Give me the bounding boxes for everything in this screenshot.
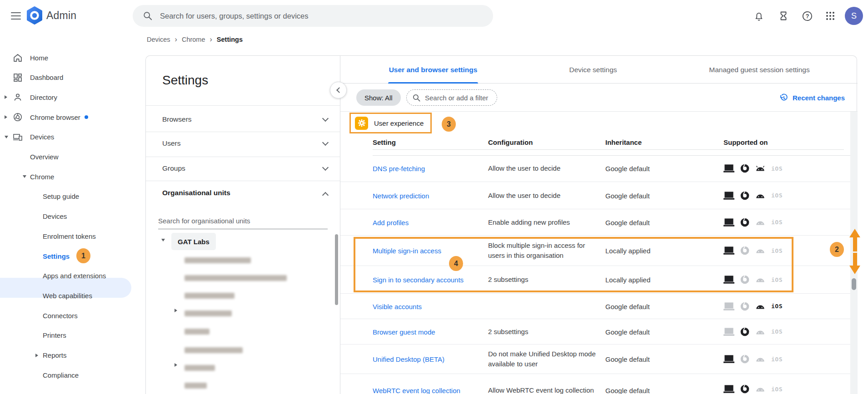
google-admin-logo-icon: [26, 6, 43, 25]
android-icon: [755, 165, 765, 172]
table-row: Browser guest mode 2 subsettings Google …: [340, 319, 850, 345]
filter-search-input[interactable]: Search or add a filter: [406, 89, 497, 106]
sidebar-item-settings[interactable]: Settings 1: [0, 246, 132, 266]
expand-right-icon[interactable]: [35, 354, 38, 357]
account-avatar[interactable]: S: [845, 7, 863, 25]
setting-link[interactable]: WebRTC event log collection: [373, 387, 460, 394]
breadcrumb-chrome[interactable]: Chrome: [182, 36, 205, 43]
android-icon: [755, 356, 765, 362]
content-scrollbar-thumb[interactable]: [852, 278, 856, 290]
android-icon: [755, 192, 765, 199]
org-unit-redacted[interactable]: [185, 310, 232, 316]
sidebar-item-dashboard[interactable]: Dashboard: [0, 68, 132, 88]
sidebar-item-directory[interactable]: Directory: [0, 87, 132, 107]
android-icon: [755, 247, 765, 254]
sidebar-item-setup-guide[interactable]: Setup guide: [0, 187, 132, 207]
chrome-browser-icon: [740, 246, 749, 255]
tab-managed-guest-session-settings[interactable]: Managed guest session settings: [687, 56, 832, 84]
annotation-arrow-up: [849, 229, 860, 251]
sidebar-item-enrolment-tokens[interactable]: Enrolment tokens: [0, 226, 132, 246]
org-unit-redacted[interactable]: [185, 383, 207, 389]
menu-icon[interactable]: [10, 10, 22, 21]
android-icon: [755, 386, 765, 392]
breadcrumb-settings: Settings: [217, 36, 243, 43]
global-search-placeholder: Search for users, groups, settings or de…: [160, 12, 309, 20]
breadcrumb-devices[interactable]: Devices: [147, 36, 170, 43]
recent-changes-button[interactable]: Recent changes: [779, 89, 845, 106]
sidebar-item-compliance[interactable]: Compliance: [0, 365, 132, 385]
org-unit-redacted[interactable]: [185, 275, 287, 281]
sidebar-item-devices[interactable]: Devices: [0, 127, 132, 147]
sidebar-item-printers[interactable]: Printers: [0, 325, 132, 345]
col-header-configuration: Configuration: [488, 138, 533, 146]
setting-link[interactable]: Visible accounts: [373, 302, 422, 310]
chevron-up-icon[interactable]: [322, 192, 329, 198]
sidebar-item-home[interactable]: Home: [0, 48, 132, 68]
ou-search-underline: [158, 229, 328, 229]
sidebar-item-apps-and-extensions[interactable]: Apps and extensions: [0, 266, 132, 286]
chrome-icon: [13, 112, 23, 122]
org-unit-redacted[interactable]: [185, 293, 234, 299]
tree-collapse-icon[interactable]: [161, 239, 165, 241]
tree-expand-icon[interactable]: [175, 363, 177, 367]
col-header-supported-on: Supported on: [723, 138, 768, 146]
setting-link[interactable]: Multiple sign-in access: [373, 247, 441, 255]
ou-search-input[interactable]: Search for organisational units: [158, 217, 250, 225]
chevron-down-icon[interactable]: [322, 115, 329, 122]
desktop-icon: [723, 355, 734, 363]
chevron-down-icon[interactable]: [322, 139, 329, 146]
expand-down-icon[interactable]: [23, 175, 26, 178]
org-unit-redacted[interactable]: [185, 257, 251, 263]
tree-expand-icon[interactable]: [175, 309, 177, 312]
panel-title: Settings: [162, 73, 208, 88]
chrome-browser-icon: [740, 164, 749, 173]
apps-grid-icon[interactable]: [822, 8, 838, 24]
sidebar-item-reports[interactable]: Reports: [0, 345, 132, 365]
collapse-panel-button[interactable]: [330, 82, 347, 98]
breadcrumb-separator: ›: [210, 35, 212, 44]
sidebar-item-devices-sub[interactable]: Devices: [0, 207, 132, 227]
ios-label: iOS: [771, 247, 783, 254]
org-unit-redacted[interactable]: [185, 347, 243, 353]
sidebar-item-overview[interactable]: Overview: [0, 147, 132, 167]
sidebar-item-chrome[interactable]: Chrome: [0, 167, 132, 187]
settings-left-panel: Settings Browsers Users Groups Organisat…: [146, 56, 340, 394]
org-unit-root[interactable]: GAT Labs: [171, 233, 216, 250]
org-unit-redacted[interactable]: [185, 365, 215, 371]
person-icon: [13, 92, 23, 102]
table-row: Unified Desktop (BETA) Do not make Unifi…: [340, 345, 850, 374]
history-icon: [779, 93, 788, 103]
sidebar-item-connectors[interactable]: Connectors: [0, 305, 132, 325]
tab-device-settings[interactable]: Device settings: [520, 56, 666, 84]
org-tree-scrollbar[interactable]: [335, 234, 338, 305]
setting-link[interactable]: Unified Desktop (BETA): [373, 355, 444, 363]
global-search-input[interactable]: Search for users, groups, settings or de…: [133, 5, 493, 27]
notifications-bell-icon[interactable]: [751, 8, 767, 24]
user-experience-section-header[interactable]: User experience: [349, 113, 432, 133]
annotation-badge-2: 2: [830, 242, 844, 257]
avatar-initial: S: [851, 11, 857, 21]
setting-link[interactable]: Network prediction: [373, 192, 429, 199]
help-icon[interactable]: ?: [799, 8, 815, 24]
tab-user-and-browser-settings[interactable]: User and browser settings: [360, 56, 506, 84]
dashboard-icon: [13, 73, 23, 83]
setting-link[interactable]: Browser guest mode: [373, 328, 435, 335]
chrome-browser-icon: [740, 384, 749, 394]
sidebar-item-chrome-browser[interactable]: Chrome browser: [0, 107, 132, 127]
breadcrumb: Devices › Chrome › Settings: [147, 35, 243, 44]
desktop-icon: [723, 276, 734, 284]
hourglass-tasks-icon[interactable]: [775, 8, 792, 24]
expand-right-icon[interactable]: [5, 95, 7, 99]
setting-link[interactable]: Add profiles: [373, 218, 409, 226]
chrome-browser-icon: [740, 355, 749, 364]
expand-right-icon[interactable]: [5, 115, 7, 119]
section-label: User experience: [374, 119, 424, 127]
desktop-icon: [723, 385, 734, 393]
setting-link[interactable]: DNS pre-fetching: [373, 165, 425, 172]
org-unit-redacted[interactable]: [185, 329, 210, 335]
chevron-down-icon[interactable]: [322, 164, 329, 171]
setting-link[interactable]: Sign in to secondary accounts: [373, 276, 464, 284]
show-all-chip[interactable]: Show: All: [356, 89, 401, 106]
sidebar-item-web-capabilities[interactable]: Web capabilities: [0, 286, 132, 305]
expand-down-icon[interactable]: [5, 136, 8, 138]
